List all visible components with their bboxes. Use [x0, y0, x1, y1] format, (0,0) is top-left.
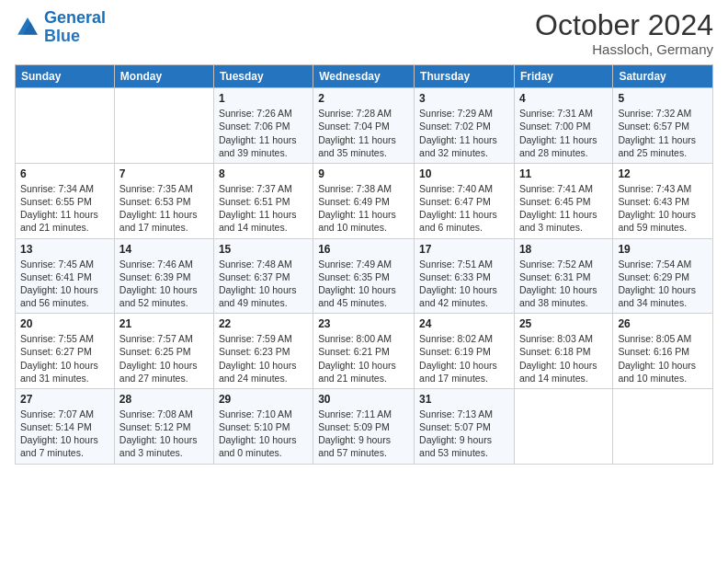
- day-info: Sunrise: 7:13 AM Sunset: 5:07 PM Dayligh…: [419, 408, 509, 460]
- day-info: Sunrise: 7:26 AM Sunset: 7:06 PM Dayligh…: [219, 107, 308, 159]
- day-number: 11: [519, 167, 608, 180]
- day-number: 1: [219, 92, 308, 105]
- calendar-cell: 8Sunrise: 7:37 AM Sunset: 6:51 PM Daylig…: [213, 163, 313, 238]
- calendar-cell: [514, 388, 612, 464]
- day-number: 10: [419, 167, 509, 180]
- calendar-row: 6Sunrise: 7:34 AM Sunset: 6:55 PM Daylig…: [16, 163, 713, 238]
- day-number: 3: [419, 92, 509, 105]
- day-number: 27: [20, 393, 109, 406]
- calendar-cell: 10Sunrise: 7:40 AM Sunset: 6:47 PM Dayli…: [415, 163, 515, 238]
- calendar-cell: 16Sunrise: 7:49 AM Sunset: 6:35 PM Dayli…: [313, 238, 415, 314]
- day-info: Sunrise: 8:05 AM Sunset: 6:16 PM Dayligh…: [618, 332, 708, 385]
- day-number: 15: [219, 243, 308, 256]
- day-number: 24: [419, 317, 509, 330]
- day-info: Sunrise: 7:38 AM Sunset: 6:49 PM Dayligh…: [318, 182, 409, 235]
- day-info: Sunrise: 7:34 AM Sunset: 6:55 PM Dayligh…: [20, 182, 109, 235]
- calendar-cell: 22Sunrise: 7:59 AM Sunset: 6:23 PM Dayli…: [213, 314, 313, 389]
- day-number: 14: [119, 243, 209, 256]
- calendar-cell: 28Sunrise: 7:08 AM Sunset: 5:12 PM Dayli…: [114, 388, 213, 464]
- day-number: 28: [119, 393, 209, 406]
- calendar-cell: 12Sunrise: 7:43 AM Sunset: 6:43 PM Dayli…: [613, 163, 713, 238]
- logo-text: General Blue: [44, 9, 106, 46]
- calendar-cell: 15Sunrise: 7:48 AM Sunset: 6:37 PM Dayli…: [213, 238, 313, 314]
- day-number: 23: [318, 317, 409, 330]
- calendar-cell: 2Sunrise: 7:28 AM Sunset: 7:04 PM Daylig…: [313, 88, 415, 164]
- day-info: Sunrise: 7:57 AM Sunset: 6:25 PM Dayligh…: [119, 332, 209, 385]
- location: Hassloch, Germany: [535, 41, 713, 57]
- calendar-cell: 19Sunrise: 7:54 AM Sunset: 6:29 PM Dayli…: [613, 238, 713, 314]
- day-info: Sunrise: 7:07 AM Sunset: 5:14 PM Dayligh…: [20, 408, 109, 460]
- day-info: Sunrise: 7:51 AM Sunset: 6:33 PM Dayligh…: [419, 258, 509, 310]
- day-number: 26: [618, 317, 708, 330]
- day-number: 7: [119, 167, 209, 180]
- logo: General Blue: [15, 9, 106, 46]
- calendar-cell: 18Sunrise: 7:52 AM Sunset: 6:31 PM Dayli…: [514, 238, 612, 314]
- day-info: Sunrise: 7:40 AM Sunset: 6:47 PM Dayligh…: [419, 182, 509, 235]
- calendar-cell: 26Sunrise: 8:05 AM Sunset: 6:16 PM Dayli…: [613, 314, 713, 389]
- calendar-cell: 20Sunrise: 7:55 AM Sunset: 6:27 PM Dayli…: [16, 314, 115, 389]
- calendar-cell: [613, 388, 713, 464]
- day-number: 13: [20, 243, 109, 256]
- day-info: Sunrise: 7:46 AM Sunset: 6:39 PM Dayligh…: [119, 258, 209, 310]
- month-title: October 2024: [535, 9, 713, 41]
- calendar-cell: 29Sunrise: 7:10 AM Sunset: 5:10 PM Dayli…: [213, 388, 313, 464]
- logo-icon: [15, 15, 40, 40]
- calendar-row: 27Sunrise: 7:07 AM Sunset: 5:14 PM Dayli…: [16, 388, 713, 464]
- calendar-cell: 5Sunrise: 7:32 AM Sunset: 6:57 PM Daylig…: [613, 88, 713, 164]
- day-info: Sunrise: 7:08 AM Sunset: 5:12 PM Dayligh…: [119, 408, 209, 460]
- day-number: 22: [219, 317, 308, 330]
- weekday-header: Wednesday: [313, 65, 415, 88]
- calendar-cell: 9Sunrise: 7:38 AM Sunset: 6:49 PM Daylig…: [313, 163, 415, 238]
- calendar-row: 20Sunrise: 7:55 AM Sunset: 6:27 PM Dayli…: [16, 314, 713, 389]
- calendar-cell: 14Sunrise: 7:46 AM Sunset: 6:39 PM Dayli…: [114, 238, 213, 314]
- day-number: 21: [119, 317, 209, 330]
- calendar-cell: 21Sunrise: 7:57 AM Sunset: 6:25 PM Dayli…: [114, 314, 213, 389]
- weekday-header: Friday: [514, 65, 612, 88]
- calendar-table: SundayMondayTuesdayWednesdayThursdayFrid…: [15, 64, 713, 464]
- day-number: 2: [318, 92, 409, 105]
- day-info: Sunrise: 7:31 AM Sunset: 7:00 PM Dayligh…: [519, 107, 608, 159]
- calendar-cell: 30Sunrise: 7:11 AM Sunset: 5:09 PM Dayli…: [313, 388, 415, 464]
- day-info: Sunrise: 7:11 AM Sunset: 5:09 PM Dayligh…: [318, 408, 409, 460]
- day-info: Sunrise: 7:10 AM Sunset: 5:10 PM Dayligh…: [219, 408, 308, 460]
- weekday-header: Saturday: [613, 65, 713, 88]
- day-info: Sunrise: 8:02 AM Sunset: 6:19 PM Dayligh…: [419, 332, 509, 385]
- day-info: Sunrise: 7:59 AM Sunset: 6:23 PM Dayligh…: [219, 332, 308, 385]
- day-number: 8: [219, 167, 308, 180]
- header-row: SundayMondayTuesdayWednesdayThursdayFrid…: [16, 65, 713, 88]
- calendar-cell: [114, 88, 213, 164]
- calendar-cell: 6Sunrise: 7:34 AM Sunset: 6:55 PM Daylig…: [16, 163, 115, 238]
- weekday-header: Monday: [114, 65, 213, 88]
- day-number: 4: [519, 92, 608, 105]
- day-number: 20: [20, 317, 109, 330]
- day-info: Sunrise: 7:49 AM Sunset: 6:35 PM Dayligh…: [318, 258, 409, 310]
- calendar-cell: 23Sunrise: 8:00 AM Sunset: 6:21 PM Dayli…: [313, 314, 415, 389]
- day-number: 30: [318, 393, 409, 406]
- calendar-cell: [16, 88, 115, 164]
- day-number: 6: [20, 167, 109, 180]
- calendar-cell: 11Sunrise: 7:41 AM Sunset: 6:45 PM Dayli…: [514, 163, 612, 238]
- day-number: 29: [219, 393, 308, 406]
- day-info: Sunrise: 8:03 AM Sunset: 6:18 PM Dayligh…: [519, 332, 608, 385]
- day-info: Sunrise: 7:28 AM Sunset: 7:04 PM Dayligh…: [318, 107, 409, 159]
- day-info: Sunrise: 7:48 AM Sunset: 6:37 PM Dayligh…: [219, 258, 308, 310]
- day-number: 17: [419, 243, 509, 256]
- day-info: Sunrise: 8:00 AM Sunset: 6:21 PM Dayligh…: [318, 332, 409, 385]
- day-info: Sunrise: 7:55 AM Sunset: 6:27 PM Dayligh…: [20, 332, 109, 385]
- calendar-cell: 3Sunrise: 7:29 AM Sunset: 7:02 PM Daylig…: [415, 88, 515, 164]
- calendar-row: 13Sunrise: 7:45 AM Sunset: 6:41 PM Dayli…: [16, 238, 713, 314]
- title-block: October 2024 Hassloch, Germany: [535, 9, 713, 57]
- day-info: Sunrise: 7:41 AM Sunset: 6:45 PM Dayligh…: [519, 182, 608, 235]
- day-info: Sunrise: 7:45 AM Sunset: 6:41 PM Dayligh…: [20, 258, 109, 310]
- calendar-cell: 1Sunrise: 7:26 AM Sunset: 7:06 PM Daylig…: [213, 88, 313, 164]
- calendar-cell: 27Sunrise: 7:07 AM Sunset: 5:14 PM Dayli…: [16, 388, 115, 464]
- calendar-cell: 7Sunrise: 7:35 AM Sunset: 6:53 PM Daylig…: [114, 163, 213, 238]
- day-number: 18: [519, 243, 608, 256]
- calendar-cell: 24Sunrise: 8:02 AM Sunset: 6:19 PM Dayli…: [415, 314, 515, 389]
- weekday-header: Sunday: [16, 65, 115, 88]
- day-info: Sunrise: 7:54 AM Sunset: 6:29 PM Dayligh…: [618, 258, 708, 310]
- day-info: Sunrise: 7:43 AM Sunset: 6:43 PM Dayligh…: [618, 182, 708, 235]
- calendar-cell: 31Sunrise: 7:13 AM Sunset: 5:07 PM Dayli…: [415, 388, 515, 464]
- calendar-cell: 25Sunrise: 8:03 AM Sunset: 6:18 PM Dayli…: [514, 314, 612, 389]
- calendar-cell: 17Sunrise: 7:51 AM Sunset: 6:33 PM Dayli…: [415, 238, 515, 314]
